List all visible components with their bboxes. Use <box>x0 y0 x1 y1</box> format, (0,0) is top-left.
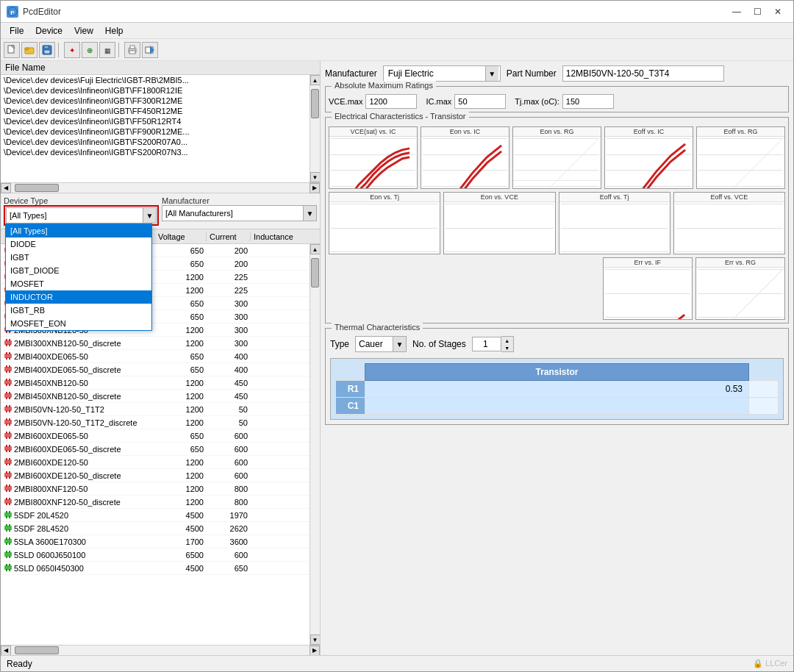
file-item[interactable]: \Device\.dev devices\Infineon\IGBT\FF900… <box>1 126 310 137</box>
device-type-option-igbt-diode[interactable]: IGBT_DIODE <box>6 264 151 277</box>
device-icon <box>4 510 12 521</box>
svg-rect-137 <box>9 556 10 558</box>
stages-decrement[interactable]: ▼ <box>501 344 513 351</box>
device-hscroll-right[interactable]: ▶ <box>310 646 320 656</box>
file-item[interactable]: \Device\.dev devices\Infineon\IGBT\FF300… <box>1 96 310 106</box>
scroll-down[interactable]: ▼ <box>310 172 321 182</box>
device-hscroll-left[interactable]: ◀ <box>1 646 11 656</box>
device-list-hscrollbar[interactable]: ◀ ▶ <box>1 645 320 655</box>
device-scroll-down[interactable]: ▼ <box>310 635 321 645</box>
list-item[interactable]: 2MBI450XNB120-50_discrete 1200 450 <box>1 390 310 403</box>
manufacturer-dropdown-btn[interactable]: ▼ <box>303 206 316 221</box>
toolbar-print[interactable] <box>124 42 140 58</box>
tj-max-input[interactable] <box>562 94 614 109</box>
list-item[interactable]: 2MBI400XDE065-50 650 400 <box>1 350 310 363</box>
chart-err-if[interactable]: Err vs. IF <box>603 257 693 320</box>
device-type-option-igbt-rb[interactable]: IGBT_RB <box>6 304 151 317</box>
list-item[interactable]: 5SDF 20L4520 4500 1970 <box>1 509 310 522</box>
svg-rect-99 <box>6 458 7 460</box>
list-item[interactable]: 5SLD 0600J650100 6500 600 <box>1 548 310 562</box>
chart-eon-ic[interactable]: Eon vs. IC <box>421 126 509 189</box>
hscroll-left[interactable]: ◀ <box>1 183 11 193</box>
device-current: 50 <box>207 405 251 414</box>
toolbar-btn-4[interactable]: ✦ <box>64 42 80 58</box>
thermal-type-arrow[interactable]: ▼ <box>393 337 406 351</box>
toolbar-save[interactable] <box>39 42 55 58</box>
menu-view[interactable]: View <box>68 24 99 37</box>
file-item[interactable]: \Device\.dev devices\Infineon\IGBT\FF50R… <box>1 116 310 126</box>
list-item[interactable]: 2MBI800XNF120-50 1200 800 <box>1 482 310 496</box>
device-list-scrollbar[interactable]: ▲ ▼ <box>310 244 320 645</box>
vce-max-input[interactable] <box>365 94 417 109</box>
menu-file[interactable]: File <box>4 24 29 37</box>
device-type-option-mosfet-eon[interactable]: MOSFET_EON <box>6 317 151 330</box>
toolbar-btn-6[interactable]: ▦ <box>99 42 115 58</box>
list-item[interactable]: 2MBI450XNB120-50 1200 450 <box>1 376 310 390</box>
thermal-type-dropdown[interactable]: Cauer ▼ <box>355 336 407 352</box>
device-type-dropdown-btn[interactable]: ▼ <box>143 208 156 223</box>
list-item[interactable]: 2MBI600XDE065-50 650 600 <box>1 429 310 443</box>
close-button[interactable]: ✕ <box>768 4 787 19</box>
list-item[interactable]: 2MBI400XDE065-50_discrete 650 400 <box>1 363 310 376</box>
list-item[interactable]: 2MBI300XNB120-50_discrete 1200 300 <box>1 337 310 350</box>
toolbar-new[interactable] <box>4 42 20 58</box>
file-item[interactable]: \Device\.dev devices\Infineon\IGBT\FF180… <box>1 85 310 96</box>
chart-vce-ic[interactable]: VCE(sat) vs. IC <box>329 126 418 189</box>
list-item[interactable]: 5SDF 28L4520 4500 2620 <box>1 522 310 535</box>
svg-rect-71 <box>6 384 7 386</box>
list-item[interactable]: 2MBI50VN-120-50_T1T2_discrete 1200 50 <box>1 416 310 429</box>
scroll-up[interactable]: ▲ <box>310 75 321 85</box>
row-r1-value[interactable]: 0.53 <box>365 381 749 398</box>
list-item[interactable]: 2MBI600XDE120-50_discrete 1200 600 <box>1 469 310 482</box>
chart-eoff-vce[interactable]: Eoff vs. VCE <box>673 192 785 254</box>
device-scroll-up[interactable]: ▲ <box>310 244 321 254</box>
row-c1-value[interactable] <box>365 398 749 415</box>
device-icon <box>4 338 12 348</box>
toolbar-btn-5[interactable]: ⊕ <box>82 42 98 58</box>
list-item[interactable]: 2MBI800XNF120-50_discrete 1200 800 <box>1 496 310 509</box>
svg-rect-94 <box>6 445 7 447</box>
ic-max-input[interactable] <box>454 94 506 109</box>
file-item[interactable]: \Device\.dev devices\Infineon\IGBT\FF450… <box>1 106 310 116</box>
device-type-option-mosfet[interactable]: MOSFET <box>6 277 151 290</box>
device-type-option-igbt[interactable]: IGBT <box>6 251 151 264</box>
minimize-button[interactable]: — <box>727 4 746 19</box>
thermal-table: Transistor R1 0.53 C1 <box>335 363 779 415</box>
thermal-row-r1: R1 0.53 <box>336 381 779 398</box>
chart-err-rg[interactable]: Err vs. RG <box>695 257 785 320</box>
manufacturer-dropdown-arrow[interactable]: ▼ <box>485 66 498 81</box>
device-type-option-inductor[interactable]: INDUCTOR <box>6 290 151 304</box>
row-c1-empty <box>749 398 779 415</box>
maximize-button[interactable]: ☐ <box>748 4 767 19</box>
device-type-option-diode[interactable]: DIODE <box>6 237 151 251</box>
toolbar-open[interactable] <box>21 42 37 58</box>
svg-rect-98 <box>4 460 12 464</box>
chart-eoff-rg[interactable]: Eoff vs. RG <box>696 126 785 189</box>
file-list-scrollbar[interactable]: ▲ ▼ <box>310 75 320 182</box>
device-current: 200 <box>207 260 251 268</box>
file-list[interactable]: \Device\.dev devices\Fuji Electric\IGBT-… <box>1 75 310 182</box>
device-type-option-all[interactable]: [All Types] <box>6 224 151 237</box>
list-item[interactable]: 2MBI600XDE065-50_discrete 650 600 <box>1 443 310 456</box>
part-number-input[interactable] <box>562 65 724 82</box>
file-item[interactable]: \Device\.dev devices\Infineon\IGBT\FS200… <box>1 147 310 157</box>
list-item[interactable]: 5SLD 0650I450300 4500 650 <box>1 562 310 575</box>
toolbar-export[interactable] <box>142 42 158 58</box>
list-item[interactable]: 2MBI600XDE120-50 1200 600 <box>1 456 310 469</box>
chart-eon-tj[interactable]: Eon vs. Tj <box>329 192 440 254</box>
file-item[interactable]: \Device\.dev devices\Fuji Electric\IGBT-… <box>1 75 310 85</box>
chart-eon-vce[interactable]: Eon vs. VCE <box>443 192 555 254</box>
manufacturer-dropdown[interactable]: Fuji Electric ▼ <box>383 65 501 82</box>
chart-eoff-ic[interactable]: Eoff vs. IC <box>604 126 693 189</box>
stages-input[interactable] <box>472 337 501 351</box>
chart-eon-rg[interactable]: Eon vs. RG <box>512 126 601 189</box>
hscroll-right[interactable]: ▶ <box>310 183 320 193</box>
chart-eoff-tj[interactable]: Eoff vs. Tj <box>559 192 670 254</box>
list-item[interactable]: 2MBI50VN-120-50_T1T2 1200 50 <box>1 403 310 416</box>
menu-device[interactable]: Device <box>29 24 68 37</box>
file-item[interactable]: \Device\.dev devices\Infineon\IGBT\FS200… <box>1 137 310 147</box>
menu-help[interactable]: Help <box>99 24 129 37</box>
list-item[interactable]: 5SLA 3600E170300 1700 3600 <box>1 535 310 548</box>
file-list-hscrollbar[interactable]: ◀ ▶ <box>1 182 320 193</box>
stages-increment[interactable]: ▲ <box>501 337 513 344</box>
